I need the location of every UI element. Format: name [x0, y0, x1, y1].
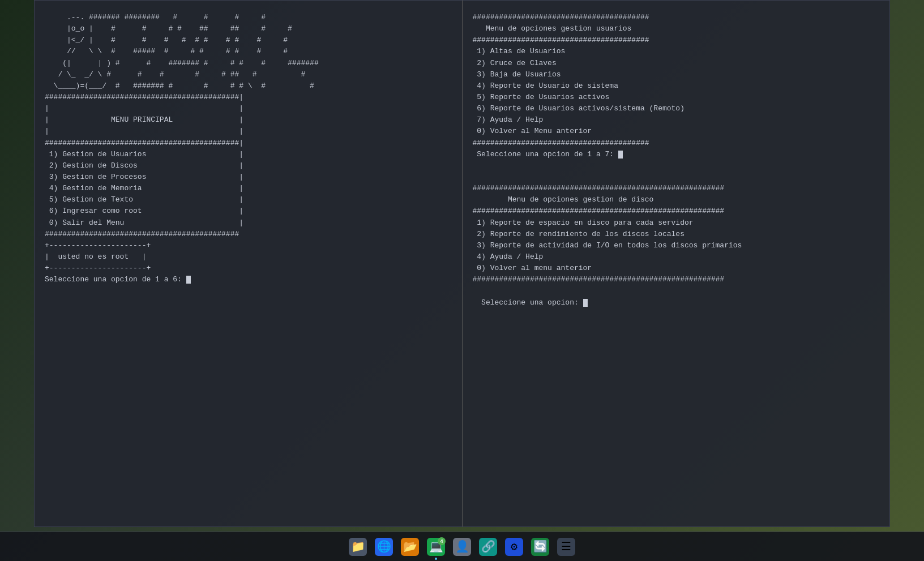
taskbar-icon-update[interactable]: 🔄 — [529, 536, 551, 558]
terminal-right-content: ########################################… — [473, 12, 880, 309]
folder-icon: 📂 — [401, 538, 419, 556]
update-icon: 🔄 — [531, 538, 549, 556]
menu-icon: ☰ — [557, 538, 575, 556]
cursor-right-bottom — [583, 299, 588, 307]
cursor-right-top — [618, 151, 623, 159]
taskbar-icon-network[interactable]: 🔗 — [477, 536, 499, 558]
browser-icon: 🌐 — [375, 538, 393, 556]
taskbar-icon-settings[interactable]: ⚙ — [503, 536, 525, 558]
terminal-right[interactable]: ########################################… — [463, 0, 891, 527]
terminal-left-content: .--. ####### ######## # # # # |o_o | # #… — [45, 12, 452, 285]
terminal-left[interactable]: .--. ####### ######## # # # # |o_o | # #… — [34, 0, 463, 527]
settings-icon: ⚙ — [505, 538, 523, 556]
network-icon: 🔗 — [479, 538, 497, 556]
terminal-badge: 4 — [438, 537, 446, 545]
taskbar-icon-user[interactable]: 👤 — [451, 536, 473, 558]
taskbar-icon-terminal[interactable]: 💻 4 — [425, 536, 447, 558]
files-icon: 📁 — [349, 538, 367, 556]
cursor-left — [186, 276, 191, 284]
user-icon: 👤 — [453, 538, 471, 556]
taskbar-icon-folder[interactable]: 📂 — [399, 536, 421, 558]
terminals-container: .--. ####### ######## # # # # |o_o | # #… — [34, 0, 890, 527]
taskbar-icon-browser[interactable]: 🌐 — [373, 536, 395, 558]
taskbar: 📁 🌐 📂 💻 4 👤 🔗 ⚙ 🔄 ☰ — [0, 532, 924, 561]
taskbar-icon-files[interactable]: 📁 — [347, 536, 369, 558]
taskbar-icon-menu[interactable]: ☰ — [555, 536, 577, 558]
